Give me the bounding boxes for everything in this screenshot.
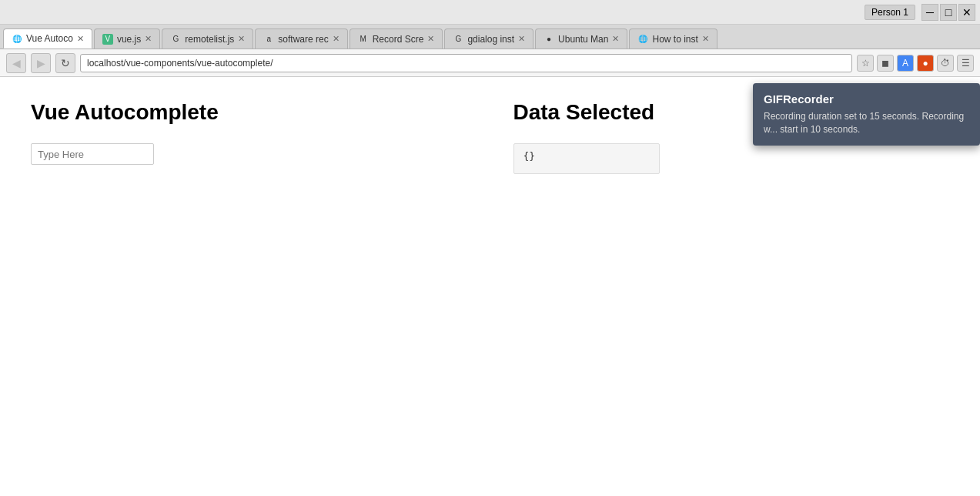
timer-icon[interactable]: ⏱: [937, 55, 954, 72]
nav-bar: ◀ ▶ ↻ localhost/vue-components/vue-autoc…: [0, 49, 980, 77]
tab-remotelist[interactable]: Gremotelist.js✕: [162, 28, 253, 49]
tab-software[interactable]: asoftware rec✕: [255, 28, 347, 49]
autocomplete-title: Vue Autocomplete: [31, 100, 467, 125]
tab-howto-label: How to inst: [652, 34, 697, 45]
back-button[interactable]: ◀: [6, 53, 26, 73]
page-content: Vue Autocomplete Data Selected {} GIFRec…: [0, 77, 980, 496]
tab-bar: 🌐Vue Autoco✕Vvue.js✕Gremotelist.js✕asoft…: [0, 25, 980, 49]
close-button[interactable]: ✕: [958, 4, 975, 21]
tab-software-label: software rec: [278, 34, 328, 45]
tab-ubuntu-icon: ●: [544, 34, 554, 45]
forward-button[interactable]: ▶: [31, 53, 51, 73]
autocomplete-section: Vue Autocomplete: [31, 100, 467, 174]
tab-ubuntu-close[interactable]: ✕: [612, 34, 619, 44]
browser-window: Person 1 ─ □ ✕ 🌐Vue Autoco✕Vvue.js✕Gremo…: [0, 0, 980, 496]
address-text: localhost/vue-components/vue-autocomplet…: [87, 58, 273, 69]
tab-gdialog-label: gdialog inst: [467, 34, 514, 45]
address-bar[interactable]: localhost/vue-components/vue-autocomplet…: [80, 54, 852, 72]
tab-ubuntu[interactable]: ●Ubuntu Man✕: [535, 28, 627, 49]
tab-record[interactable]: MRecord Scre✕: [350, 28, 443, 49]
tab-howto-close[interactable]: ✕: [702, 34, 709, 44]
star-icon[interactable]: ☆: [857, 55, 874, 72]
tab-remotelist-label: remotelist.js: [185, 34, 234, 45]
tab-vuejs-icon: V: [102, 34, 113, 45]
extension-icon-1[interactable]: ◼: [877, 55, 894, 72]
user-label: Person 1: [865, 5, 915, 20]
menu-icon[interactable]: ☰: [957, 55, 974, 72]
tab-vue-auto-close[interactable]: ✕: [77, 34, 84, 44]
extension-icon-2[interactable]: A: [897, 55, 914, 72]
tab-howto[interactable]: 🌐How to inst✕: [629, 28, 717, 49]
tab-record-label: Record Scre: [373, 34, 424, 45]
tab-gdialog-close[interactable]: ✕: [518, 34, 525, 44]
tab-vue-auto-icon: 🌐: [12, 33, 22, 44]
data-display: {}: [513, 143, 660, 174]
title-bar: Person 1 ─ □ ✕: [0, 0, 980, 25]
gif-recorder-message: Recording duration set to 15 seconds. Re…: [764, 110, 969, 136]
tab-record-icon: M: [358, 34, 369, 45]
tab-record-close[interactable]: ✕: [427, 34, 434, 44]
nav-icons: ☆ ◼ A ● ⏱ ☰: [857, 55, 974, 72]
tab-software-icon: a: [263, 34, 274, 45]
extension-icon-3[interactable]: ●: [917, 55, 934, 72]
tab-remotelist-close[interactable]: ✕: [238, 34, 245, 44]
tab-vuejs-close[interactable]: ✕: [145, 34, 152, 44]
tab-vuejs[interactable]: Vvue.js✕: [94, 28, 160, 49]
restore-button[interactable]: □: [940, 4, 957, 21]
tab-remotelist-icon: G: [170, 34, 181, 45]
tab-vue-auto-label: Vue Autoco: [26, 33, 73, 44]
tab-gdialog-icon: G: [453, 34, 463, 45]
gif-recorder-popup: GIFRecorder Recording duration set to 15…: [753, 83, 980, 146]
tab-ubuntu-label: Ubuntu Man: [558, 34, 608, 45]
reload-button[interactable]: ↻: [55, 53, 75, 73]
tab-gdialog[interactable]: Ggdialog inst✕: [444, 28, 533, 49]
minimize-button[interactable]: ─: [921, 4, 938, 21]
tab-software-close[interactable]: ✕: [333, 34, 339, 44]
tab-vue-auto[interactable]: 🌐Vue Autoco✕: [3, 28, 92, 49]
autocomplete-input[interactable]: [31, 143, 154, 165]
tab-howto-icon: 🌐: [637, 34, 648, 45]
gif-recorder-title: GIFRecorder: [764, 92, 969, 106]
tab-vuejs-label: vue.js: [117, 34, 141, 45]
